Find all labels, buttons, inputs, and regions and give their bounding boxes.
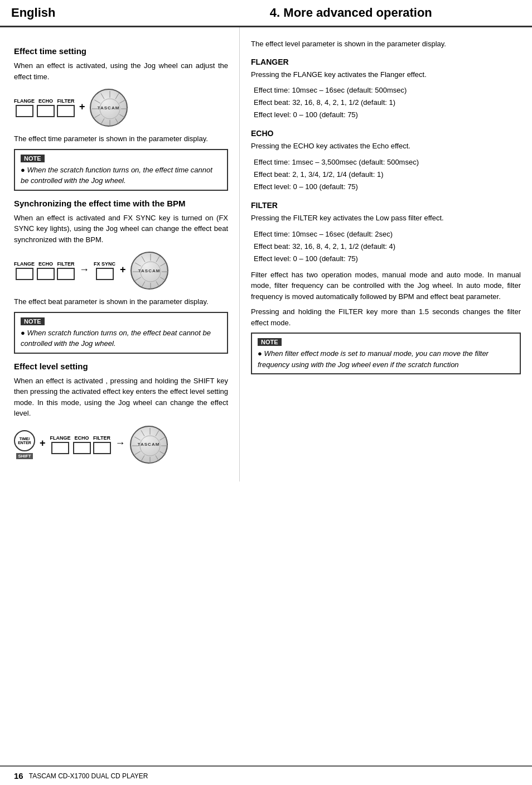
svg-line-20	[135, 263, 141, 266]
note-box-2: NOTE When scratch function turns on, the…	[14, 312, 228, 354]
echo-button3	[73, 442, 91, 454]
note-item-1: When the scratch function turns on, the …	[21, 165, 221, 186]
svg-point-38	[140, 436, 160, 456]
svg-line-8	[101, 93, 104, 99]
section-effect-level: Effect level setting When an effect is a…	[14, 362, 228, 464]
jog-wheel3: TASCAM	[130, 426, 168, 464]
svg-line-21	[142, 256, 145, 262]
filter-btn-group2: FILTER	[57, 261, 75, 280]
plus-icon3: +	[40, 437, 46, 449]
time-line2: ENTER	[18, 441, 31, 445]
fx-sync-button	[96, 268, 114, 280]
arrow-icon2: →	[115, 437, 125, 449]
diagram-effect-level: TIME/ ENTER SHIFT + FLANGE ECHO	[14, 426, 228, 464]
flange-btn-group2: FLANGE	[14, 261, 35, 280]
svg-point-25	[141, 262, 161, 282]
bpm-sync-para1: When an effect is activated and FX SYNC …	[14, 213, 228, 245]
echo-label2: ECHO	[38, 261, 53, 267]
diagram-bpm-sync: FLANGE ECHO FILTER → FX SYNC	[14, 252, 228, 290]
jog-outer1: TASCAM	[90, 89, 128, 127]
bpm-sync-heading: Synchronizing the effect time with the B…	[14, 199, 228, 208]
flanger-beat: Effect beat: 32, 16, 8, 4, 2, 1, 1/2 (de…	[254, 97, 521, 109]
echo-heading: ECHO	[251, 129, 521, 138]
page-footer: 16 TASCAM CD-X1700 DUAL CD PLAYER	[0, 765, 532, 785]
echo-section: ECHO Pressing the ECHO key activates the…	[251, 129, 521, 193]
svg-line-31	[134, 451, 140, 455]
flange-button1	[16, 105, 33, 117]
svg-line-5	[94, 114, 100, 118]
filter-label2: FILTER	[57, 261, 75, 267]
bpm-sync-para2: The effect beat parameter is shown in th…	[14, 296, 228, 307]
right-intro: The effect level parameter is shown in t…	[251, 38, 521, 50]
note-box-1: NOTE When the scratch function turns on,…	[14, 149, 228, 191]
svg-line-2	[115, 118, 119, 124]
svg-line-28	[156, 455, 159, 461]
note-content-2: When scratch function turns on, the effe…	[21, 328, 221, 349]
filter-section: FILTER Pressing the FILTER key activates…	[251, 201, 521, 374]
svg-line-30	[141, 455, 144, 461]
echo-level: Effect level: 0 – 100 (default: 75)	[254, 181, 521, 193]
svg-line-14	[160, 277, 166, 281]
filter-intro: Pressing the FILTER key activates the Lo…	[251, 213, 521, 224]
svg-point-12	[100, 99, 120, 119]
note-label-1: NOTE	[21, 155, 45, 162]
jog-wheel1: TASCAM	[90, 89, 128, 127]
echo-btn-group2: ECHO	[37, 261, 55, 280]
jog-outer3: TASCAM	[130, 426, 168, 464]
echo-btn-group3: ECHO	[73, 435, 91, 454]
filter-btn-group1: FILTER	[57, 98, 75, 117]
filter-heading: FILTER	[251, 201, 521, 210]
note-label-2: NOTE	[21, 317, 45, 325]
svg-line-17	[142, 281, 145, 287]
echo-button1	[37, 105, 55, 117]
svg-line-15	[156, 281, 159, 287]
page-number: 16	[14, 771, 23, 781]
arrow-icon1: →	[79, 264, 89, 276]
filter-button3	[93, 442, 111, 454]
fx-sync-label: FX SYNC	[94, 261, 115, 267]
filter-label1: FILTER	[57, 98, 75, 104]
page-header: English 4. More advanced operation	[0, 0, 532, 27]
effect-level-heading: Effect level setting	[14, 362, 228, 371]
svg-line-33	[134, 437, 140, 440]
note-label-right: NOTE	[258, 338, 282, 346]
svg-line-36	[156, 430, 159, 436]
filter-button1	[57, 105, 75, 117]
time-line1: TIME/	[20, 437, 30, 441]
filter-para1: Filter effect has two operation modes, m…	[251, 269, 521, 302]
plus-icon2: +	[120, 264, 126, 276]
echo-time: Effect time: 1msec – 3,500msec (default:…	[254, 156, 521, 168]
note-item-right: When filter effect mode is set to manual…	[258, 348, 514, 370]
effect-level-para1: When an effect is activated , pressing a…	[14, 375, 228, 419]
note-item-2: When scratch function turns on, the effe…	[21, 328, 221, 349]
echo-button2	[37, 268, 55, 280]
svg-line-23	[156, 256, 159, 262]
language-label: English	[11, 6, 181, 20]
flange-button2	[16, 268, 33, 280]
flange-btn-group3: FLANGE	[50, 435, 71, 454]
right-column: The effect level parameter is shown in t…	[240, 27, 532, 481]
flange-label2: FLANGE	[14, 261, 35, 267]
echo-beat: Effect beat: 2, 1, 3/4, 1/2, 1/4 (defaul…	[254, 168, 521, 181]
diagram-effect-time: FLANGE ECHO FILTER +	[14, 89, 228, 127]
left-column: Effect time setting When an effect is ac…	[0, 27, 240, 481]
flanger-time: Effect time: 10msec – 16sec (default: 50…	[254, 84, 521, 97]
effect-time-heading: Effect time setting	[14, 46, 228, 56]
flange-btn-group1: FLANGE	[14, 98, 35, 117]
filter-para2: Pressing and holding the FILTER key more…	[251, 306, 521, 328]
effect-time-para2: The effect time parameter is shown in th…	[14, 133, 228, 145]
section-effect-time: Effect time setting When an effect is ac…	[14, 46, 228, 191]
note-box-right: NOTE When filter effect mode is set to m…	[251, 333, 521, 374]
filter-button2	[57, 268, 75, 280]
flange-label1: FLANGE	[14, 98, 35, 104]
section-bpm-sync: Synchronizing the effect time with the B…	[14, 199, 228, 354]
echo-params: Effect time: 1msec – 3,500msec (default:…	[254, 156, 521, 193]
effect-buttons-group1: FLANGE ECHO FILTER	[14, 98, 75, 117]
effect-buttons-group3: FLANGE ECHO FILTER	[50, 435, 111, 454]
echo-label1: ECHO	[38, 98, 53, 104]
time-enter-circle: TIME/ ENTER	[14, 430, 35, 451]
echo-intro: Pressing the ECHO key activates the Echo…	[251, 141, 521, 152]
flange-button3	[51, 442, 69, 454]
flange-label3: FLANGE	[50, 435, 71, 441]
plus-icon1: +	[79, 101, 85, 113]
